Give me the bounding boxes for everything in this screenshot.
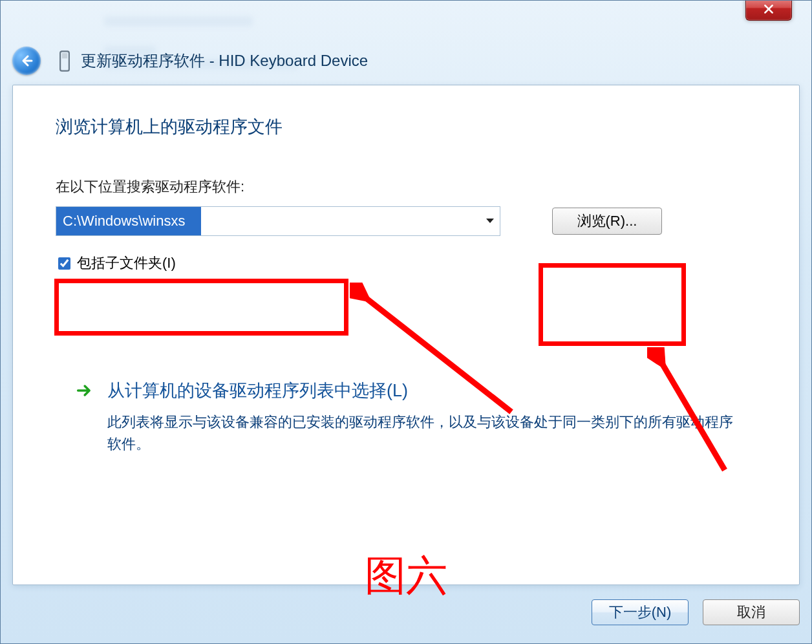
page-heading: 浏览计算机上的驱动程序文件	[56, 115, 756, 138]
svg-line-4	[660, 360, 725, 470]
window-close-button[interactable]	[745, 0, 792, 21]
dropdown-arrow[interactable]	[480, 207, 500, 235]
include-subfolders-row[interactable]: 包括子文件夹(I)	[56, 253, 756, 273]
back-button[interactable]	[12, 47, 41, 75]
search-location-label: 在以下位置搜索驱动程序软件:	[56, 177, 756, 197]
device-icon	[58, 51, 72, 70]
annotation-arrow-to-browse	[647, 347, 738, 477]
arrow-right-icon	[75, 381, 93, 400]
include-subfolders-label: 包括子文件夹(I)	[77, 253, 176, 273]
cancel-button[interactable]: 取消	[703, 599, 800, 625]
driver-path-combobox[interactable]	[56, 206, 500, 236]
next-button[interactable]: 下一步(N)	[592, 599, 689, 625]
driver-path-input[interactable]	[56, 207, 201, 235]
browse-button[interactable]: 浏览(R)...	[552, 208, 662, 235]
chevron-down-icon	[486, 218, 495, 224]
wizard-footer: 下一步(N) 取消	[12, 593, 800, 632]
close-icon	[763, 3, 775, 15]
arrow-left-icon	[19, 53, 34, 69]
annotation-arrow-to-path	[350, 283, 524, 425]
svg-line-3	[363, 295, 511, 412]
wizard-title: 更新驱动程序软件 - HID Keyboard Device	[81, 50, 368, 71]
svg-rect-2	[62, 53, 67, 58]
combobox-track	[201, 207, 480, 235]
include-subfolders-checkbox[interactable]	[58, 257, 70, 270]
wizard-header: 更新驱动程序软件 - HID Keyboard Device	[12, 45, 792, 77]
